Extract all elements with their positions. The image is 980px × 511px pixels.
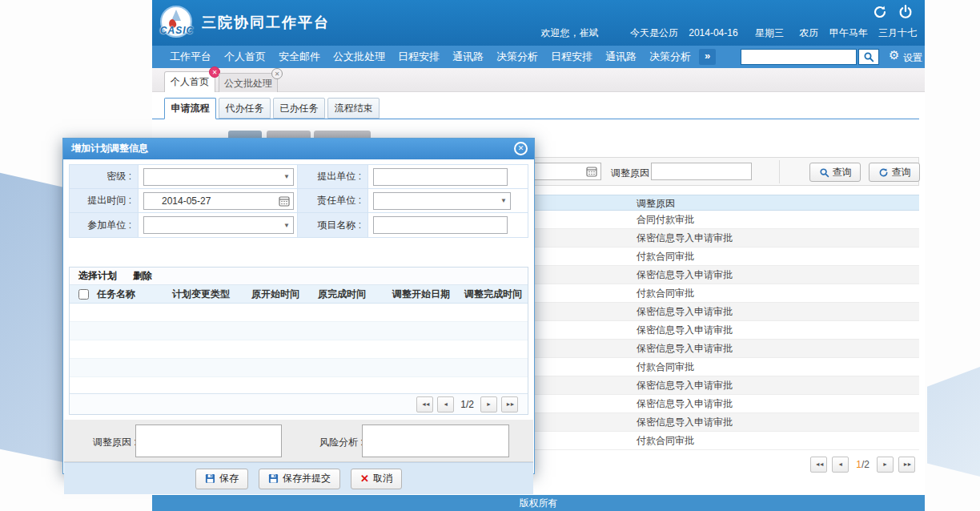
subtab-bar: 申请流程 代办任务 已办任务 流程结束 (164, 98, 380, 119)
first-page-button[interactable]: ◄◄ (416, 396, 433, 412)
window-tabstrip: 个人首页 ✕ 公文批处理 ✕ (152, 68, 925, 92)
dialog-body: 密级 : ▼ 提出单位 : 提出时间 : 2014-0 (63, 159, 534, 473)
nav-item-schedule-2[interactable]: 日程安排 (551, 50, 592, 64)
plan-grid: 选择计划 删除 任务名称 计划变更类型 原开始时间 原完成时间 调整开始日期 调… (69, 267, 528, 415)
refresh-query-button[interactable]: 查询 (869, 163, 920, 182)
casic-logo: CASIC (159, 6, 194, 41)
subtab-apply-flow[interactable]: 申请流程 (164, 98, 216, 119)
nav-item-contacts-2[interactable]: 通讯路 (605, 50, 637, 64)
propose-time-label: 提出时间 : (70, 189, 139, 212)
tab-label: 个人首页 (171, 76, 209, 87)
welcome-text: 欢迎您，崔斌 (541, 27, 599, 38)
project-name-input[interactable] (373, 216, 508, 234)
save-icon (268, 473, 279, 484)
empty-grid-row (70, 359, 528, 377)
calendar-icon (586, 166, 597, 177)
date-prefix: 今天是公历 (630, 27, 678, 38)
save-button[interactable]: 保存 (195, 469, 248, 489)
search-button[interactable] (858, 49, 879, 65)
table-pagination: ◄◄ ◄ 1/2 ► ►► (810, 457, 915, 473)
delete-link[interactable]: 删除 (133, 269, 152, 283)
dialog-title: 增加计划调整信息 (71, 143, 148, 154)
page-indicator: 1/2 (460, 399, 474, 410)
nav-item-personal-home[interactable]: 个人首页 (224, 50, 266, 64)
app-header: CASIC 三院协同工作平台 欢迎您，崔斌 今天是公历 2014-04-16 星… (152, 0, 925, 46)
tab-document-batch[interactable]: 公文批处理 ✕ (219, 73, 278, 94)
col-adjust-finish: 调整完成时间 (464, 288, 528, 301)
calendar-icon[interactable] (279, 195, 290, 207)
filter-divider (779, 160, 780, 183)
empty-grid-row (70, 322, 528, 340)
gear-icon[interactable]: ⚙ (889, 48, 899, 62)
nav-items: 工作平台 个人首页 安全邮件 公文批处理 日程安排 通讯路 决策分析 日程安排 … (170, 46, 691, 68)
power-icon[interactable] (898, 4, 914, 20)
first-page-button[interactable]: ◄◄ (810, 457, 827, 473)
subtab-flow-finished[interactable]: 流程结束 (327, 98, 380, 119)
add-plan-adjustment-dialog: 增加计划调整信息 ✕ 密级 : ▼ 提出单位 : (62, 138, 535, 474)
subtab-todo-tasks[interactable]: 代办任务 (219, 98, 271, 119)
col-change-type: 计划变更类型 (172, 288, 251, 301)
query-button[interactable]: 查询 (809, 163, 861, 182)
project-name-label: 项目名称 : (298, 213, 368, 237)
last-page-button[interactable]: ►► (898, 457, 915, 473)
nav-item-decision-1[interactable]: 决策分析 (496, 50, 538, 64)
col-orig-start: 原开始时间 (251, 288, 318, 301)
save-and-submit-button[interactable]: 保存并提交 (259, 469, 340, 489)
nav-item-decision-2[interactable]: 决策分析 (649, 50, 691, 64)
prev-page-button[interactable]: ◄ (437, 396, 454, 412)
grid-header-row: 任务名称 计划变更类型 原开始时间 原完成时间 调整开始日期 调整完成时间 (70, 285, 528, 304)
participate-unit-select[interactable]: ▼ (143, 216, 294, 234)
adjust-reason-filter-input[interactable] (651, 163, 752, 180)
dialog-close-icon[interactable]: ✕ (514, 142, 528, 155)
settings-link[interactable]: 设置 (903, 51, 922, 65)
dialog-titlebar: 增加计划调整信息 ✕ (63, 139, 534, 159)
current-date: 2014-04-16 (689, 27, 737, 38)
next-page-button[interactable]: ► (480, 396, 497, 412)
nav-item-schedule-1[interactable]: 日程安排 (398, 50, 440, 64)
tab-personal-home[interactable]: 个人首页 ✕ (164, 71, 215, 92)
next-page-button[interactable]: ► (877, 457, 894, 473)
select-plan-link[interactable]: 选择计划 (78, 269, 117, 283)
main-nav: 工作平台 个人首页 安全邮件 公文批处理 日程安排 通讯路 决策分析 日程安排 … (152, 46, 925, 68)
last-page-button[interactable]: ►► (501, 396, 518, 412)
copyright-footer: 版权所有 (152, 495, 925, 511)
weekday: 星期三 (755, 27, 784, 38)
propose-unit-label: 提出单位 : (298, 165, 368, 188)
participate-unit-label: 参加单位 : (70, 213, 139, 237)
reason-risk-panel: 调整原因 : 风险分析 : (64, 420, 533, 462)
responsible-unit-label: 责任单位 : (298, 189, 368, 212)
save-icon (205, 473, 215, 484)
lunar-label: 农历 (799, 27, 818, 38)
select-all-checkbox[interactable] (78, 289, 89, 300)
adjust-reason-textarea[interactable] (135, 424, 282, 457)
tab-close-icon[interactable]: ✕ (271, 68, 283, 79)
dialog-form: 密级 : ▼ 提出单位 : 提出时间 : 2014-0 (69, 164, 528, 238)
chevron-down-icon: ▼ (283, 222, 290, 229)
risk-analysis-textarea[interactable] (362, 424, 509, 457)
nav-item-secure-mail[interactable]: 安全邮件 (279, 50, 320, 64)
nav-item-contacts-1[interactable]: 通讯路 (452, 50, 484, 64)
nav-more-button[interactable]: » (699, 49, 716, 65)
nav-item-work-platform[interactable]: 工作平台 (170, 50, 211, 64)
refresh-icon (878, 167, 889, 178)
search-input[interactable] (741, 49, 857, 65)
search-icon (819, 167, 829, 178)
responsible-unit-select[interactable]: ▼ (373, 192, 511, 210)
logo-text: CASIC (159, 25, 195, 36)
lunar-year: 甲午马年 (829, 27, 868, 38)
refresh-icon[interactable] (872, 4, 888, 20)
empty-grid-row (70, 304, 528, 322)
subtab-done-tasks[interactable]: 已办任务 (273, 98, 325, 119)
grid-toolbar: 选择计划 删除 (70, 268, 528, 285)
page-title: 三院协同工作平台 (202, 13, 330, 32)
right-decoration (927, 367, 980, 477)
chevron-down-icon: ▼ (500, 197, 507, 204)
secret-level-select[interactable]: ▼ (143, 168, 294, 186)
nav-item-document-batch[interactable]: 公文批处理 (333, 50, 385, 64)
propose-time-input[interactable]: 2014-05-27 (143, 192, 294, 210)
cancel-button[interactable]: ✕ 取消 (351, 469, 402, 489)
welcome-bar: 欢迎您，崔斌 今天是公历 2014-04-16 星期三 农历 甲午马年 三月十七 (541, 26, 917, 40)
prev-page-button[interactable]: ◄ (832, 457, 849, 473)
secret-level-label: 密级 : (70, 165, 139, 188)
propose-unit-input[interactable] (373, 168, 508, 186)
